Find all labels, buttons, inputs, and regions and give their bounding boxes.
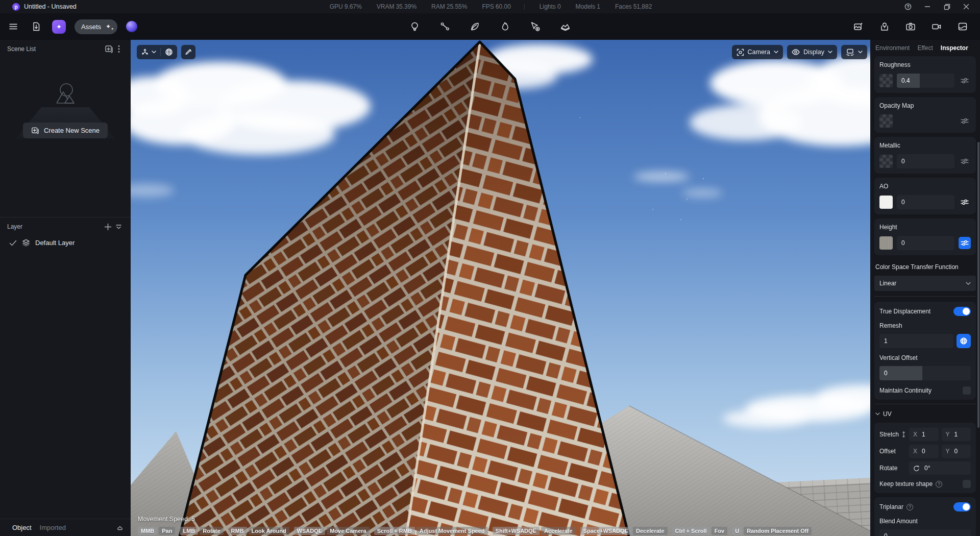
remesh-globe-button[interactable] — [957, 334, 971, 348]
light-tool-button[interactable] — [408, 19, 422, 34]
terrain-layers-button[interactable] — [558, 19, 573, 34]
spline-tool-button[interactable] — [438, 19, 452, 34]
layer-visible-check-icon[interactable] — [9, 240, 17, 246]
ram-stat: RAM25.55% — [430, 3, 467, 10]
ao-adjust-icon[interactable] — [959, 196, 971, 208]
triplanar-toggle[interactable] — [953, 502, 971, 511]
stretch-x-input[interactable]: X1 — [909, 428, 939, 441]
render-image-button[interactable] — [851, 19, 866, 34]
create-new-scene-button[interactable]: Create New Scene — [23, 123, 108, 138]
opacity-map-section: Opacity Map — [874, 97, 976, 133]
offset-x-input[interactable]: X0 — [909, 445, 939, 458]
chevron-down-icon — [152, 51, 156, 54]
monitor-rotate-icon — [846, 48, 854, 56]
layer-row-default[interactable]: Default Layer — [0, 236, 131, 250]
gizmo-mode-group — [137, 45, 177, 59]
collapse-layers-icon[interactable] — [113, 221, 124, 232]
world-space-button[interactable] — [161, 45, 177, 59]
tab-object[interactable]: Object — [12, 524, 32, 531]
tab-effect[interactable]: Effect — [917, 44, 933, 52]
scene-list-menu-icon[interactable] — [114, 43, 124, 55]
roughness-adjust-icon[interactable] — [959, 75, 971, 87]
opacity-map-thumbnail[interactable] — [879, 114, 893, 128]
offset-y-input[interactable]: Y0 — [942, 445, 971, 458]
ao-input[interactable]: 0 — [897, 195, 954, 209]
collapse-panel-icon[interactable] — [116, 525, 124, 530]
maintain-continuity-checkbox[interactable] — [963, 386, 971, 395]
help-button[interactable] — [898, 0, 918, 13]
screen-mode-dropdown-button[interactable] — [841, 45, 867, 59]
height-input[interactable]: 0 — [897, 236, 954, 250]
blend-amount-value: 0 — [884, 532, 888, 536]
ai-sparkle-button[interactable]: ✦ — [52, 20, 66, 34]
tab-inspector[interactable]: Inspector — [941, 44, 968, 52]
left-sidebar: Scene List — [0, 40, 131, 536]
keep-texture-shape-checkbox[interactable] — [963, 480, 971, 488]
add-scene-icon[interactable] — [103, 43, 114, 55]
height-adjust-icon-active[interactable] — [959, 237, 971, 249]
camera-dropdown-button[interactable]: Camera — [732, 45, 783, 59]
height-map-thumbnail[interactable] — [879, 236, 893, 250]
export-tray-button[interactable] — [955, 19, 970, 34]
color-space-dropdown[interactable]: Linear — [874, 276, 976, 291]
link-xy-icon[interactable] — [901, 431, 906, 438]
tab-environment[interactable]: Environment — [875, 44, 910, 52]
shortcut-hints-bar: MMBPan LMBRotate RMBLook Around WSADQEMo… — [138, 527, 868, 535]
tab-imported[interactable]: Imported — [40, 524, 66, 531]
assets-button[interactable]: Assets ✦✦ — [75, 19, 117, 34]
screenshot-camera-button[interactable] — [903, 19, 918, 34]
minimap-button[interactable] — [877, 19, 892, 34]
rotate-label-row: Rotate — [879, 465, 906, 472]
uv-section-header[interactable]: UV — [870, 409, 980, 423]
minimize-button[interactable] — [918, 0, 937, 13]
restore-button[interactable] — [937, 0, 957, 13]
roughness-map-thumbnail[interactable] — [879, 74, 893, 87]
record-video-button[interactable] — [929, 19, 944, 34]
rotate-input[interactable]: 0° — [909, 461, 971, 475]
placement-tool-button[interactable] — [528, 19, 543, 34]
flame-tool-button[interactable] — [498, 19, 512, 34]
help-circle-icon[interactable]: ? — [906, 504, 913, 510]
3d-viewport[interactable]: Camera Display Movement Speed: 5 MMBPan … — [131, 40, 870, 536]
app-logo-icon: p — [12, 3, 20, 11]
vertical-offset-value: 0 — [884, 370, 888, 377]
models-stat: Models1 — [574, 3, 600, 10]
hint-adjust-speed: Scroll + RMBAdjust Movement Speed — [374, 527, 488, 535]
vertical-offset-slider[interactable]: 0 — [879, 366, 971, 380]
gpu-stat: GPU9.67% — [328, 3, 362, 10]
help-circle-icon[interactable]: ? — [936, 481, 942, 488]
opacity-adjust-icon[interactable] — [959, 115, 971, 127]
metallic-map-thumbnail[interactable] — [879, 155, 893, 168]
material-preview-sphere[interactable] — [126, 21, 137, 32]
3d-viewport-scene[interactable] — [131, 40, 870, 536]
stretch-y-input[interactable]: Y1 — [942, 428, 971, 441]
assets-sparkles-icon: ✦✦ — [106, 23, 111, 30]
gizmo-mode-button[interactable] — [137, 45, 160, 59]
metallic-label: Metallic — [879, 142, 971, 149]
ao-label: AO — [879, 183, 971, 190]
globe-icon — [165, 48, 173, 56]
add-layer-icon[interactable] — [102, 221, 113, 232]
metallic-input[interactable]: 0 — [897, 154, 954, 168]
true-displacement-toggle[interactable] — [953, 307, 971, 316]
ao-map-thumbnail[interactable] — [879, 196, 893, 209]
roughness-slider[interactable]: 0.4 — [897, 74, 954, 88]
eyedropper-button[interactable] — [181, 45, 195, 59]
foliage-tool-button[interactable] — [468, 19, 482, 34]
hamburger-menu-button[interactable] — [6, 19, 20, 34]
inspector-scrollbar[interactable] — [977, 142, 979, 428]
lights-stat: Lights0 — [538, 3, 561, 10]
layer-name: Default Layer — [35, 239, 75, 247]
import-file-button[interactable] — [29, 19, 43, 34]
globe-icon — [960, 337, 968, 345]
close-button[interactable] — [957, 0, 976, 13]
metallic-adjust-icon[interactable] — [959, 155, 971, 167]
hint-pan: MMBPan — [138, 527, 175, 535]
color-space-label: Color Space Transfer Function — [875, 263, 975, 271]
metallic-section: Metallic 0 — [874, 137, 976, 174]
display-dropdown-button[interactable]: Display — [787, 45, 837, 59]
blend-amount-input[interactable]: 0 — [879, 529, 971, 536]
remesh-input[interactable]: 1 — [879, 334, 953, 348]
triplanar-section: Triplanar ? Blend Amount 0 — [874, 497, 976, 536]
ao-section: AO 0 — [874, 178, 976, 214]
